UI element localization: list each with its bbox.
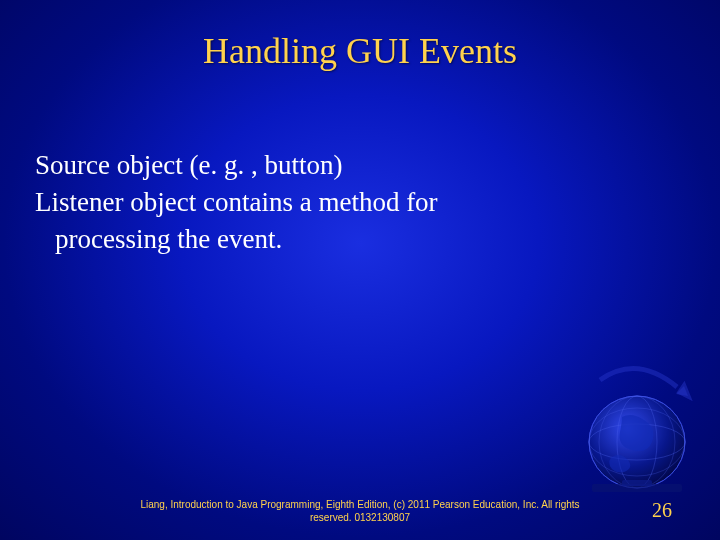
page-number: 26	[652, 499, 672, 522]
body-line-2b: processing the event.	[35, 222, 680, 257]
slide: Handling GUI Events Source object (e. g.…	[0, 0, 720, 540]
slide-body: Source object (e. g. , button) Listener …	[35, 148, 680, 259]
slide-title: Handling GUI Events	[0, 30, 720, 72]
body-line-2a: Listener object contains a method for	[35, 185, 680, 220]
footer-citation: Liang, Introduction to Java Programming,…	[120, 499, 600, 524]
globe-icon	[562, 362, 702, 502]
svg-rect-7	[622, 480, 652, 486]
body-line-1: Source object (e. g. , button)	[35, 148, 680, 183]
